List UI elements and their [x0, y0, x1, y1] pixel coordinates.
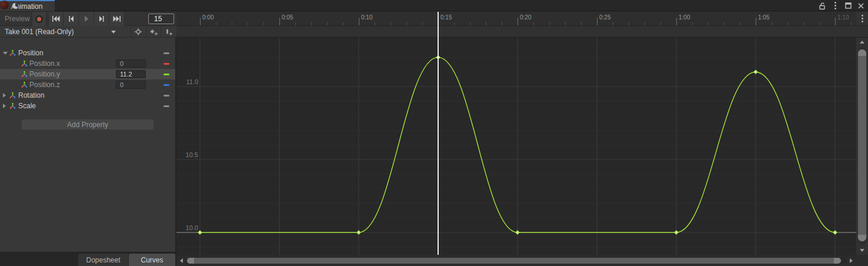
ruler-tick: [343, 22, 343, 25]
property-value-field[interactable]: 0: [116, 81, 146, 89]
ruler-tick: [613, 22, 613, 25]
vertical-scroll-thumb[interactable]: [858, 49, 866, 241]
playhead[interactable]: [438, 12, 439, 255]
ruler-tick: [629, 22, 629, 25]
ruler-tick: [216, 22, 216, 25]
keyframe-diamond[interactable]: [357, 231, 361, 235]
vertical-zoom-handle-top[interactable]: [858, 49, 866, 56]
add-keyframe-button[interactable]: [146, 26, 161, 38]
property-value-field[interactable]: 0: [116, 59, 146, 68]
property-value-field[interactable]: 11.2: [116, 70, 146, 78]
caret-right-icon[interactable]: [3, 93, 6, 98]
mode-tab-strip: Dopesheet Curves: [0, 252, 176, 266]
ruler-tick: [311, 22, 312, 25]
curve-color-indicator: [163, 52, 169, 54]
curve-plot: 11.010.510.0: [176, 38, 856, 255]
record-button[interactable]: [32, 12, 46, 26]
ruler-tick: [819, 22, 820, 25]
property-row-scale[interactable]: Scale: [0, 101, 175, 111]
scroll-down-icon[interactable]: [860, 249, 864, 252]
ruler-tick: [232, 22, 232, 25]
ruler-tick: [375, 22, 375, 25]
scroll-up-icon[interactable]: [860, 41, 864, 44]
keyframe-diamond[interactable]: [675, 231, 679, 235]
record-icon: [35, 15, 43, 23]
property-label: Position.z: [29, 81, 60, 89]
ruler-tick: [803, 22, 804, 25]
subruler-strip: [176, 26, 868, 38]
clip-dropdown[interactable]: Take 001 (Read-Only): [0, 26, 128, 38]
keyframe-navigation-button[interactable]: [131, 26, 145, 38]
curve-editor[interactable]: 11.010.510.0: [176, 38, 856, 255]
property-label: Position.x: [29, 59, 60, 68]
caret-down-icon[interactable]: [3, 52, 8, 55]
vertical-scrollbar[interactable]: [856, 38, 868, 255]
transform-axis-icon: [21, 60, 28, 67]
skip-to-end-icon: [112, 15, 122, 22]
scroll-left-icon[interactable]: [180, 258, 183, 263]
tab-curves[interactable]: Curves: [129, 254, 175, 266]
tab-dopesheet[interactable]: Dopesheet: [78, 254, 128, 266]
ruler-label: 1:10: [837, 14, 849, 21]
curve-color-indicator: [163, 63, 169, 65]
curve-color-indicator: [163, 84, 169, 86]
horizontal-zoom-handle-left[interactable]: [187, 258, 194, 264]
ruler-tick: [327, 22, 328, 25]
keyframe-diamond[interactable]: [516, 231, 520, 235]
ruler-tick: [406, 22, 407, 25]
keyframe-navigation-icon: [134, 28, 142, 36]
clip-row: Take 001 (Read-Only): [0, 26, 176, 38]
ruler-label: 0:00: [202, 14, 213, 21]
ruler-options-button[interactable]: [856, 12, 868, 26]
goto-begin-button[interactable]: [48, 12, 64, 26]
scrollbar-corner: [856, 255, 868, 266]
add-property-button[interactable]: Add Property: [21, 119, 154, 130]
property-row-position-x[interactable]: Position.x0: [0, 58, 175, 69]
property-label: Scale: [18, 102, 36, 110]
unlock-icon[interactable]: [817, 1, 827, 11]
ruler-label: 0:10: [361, 14, 372, 21]
keyframe-diamond[interactable]: [198, 231, 202, 235]
ruler-tick: [724, 22, 725, 25]
window-tab-bar: Animation: [0, 0, 868, 11]
property-row-rotation[interactable]: Rotation: [0, 90, 175, 101]
add-event-button[interactable]: [161, 26, 175, 38]
step-back-icon: [66, 15, 76, 22]
properties-panel: Position Position.x0 Position.y11.2 Posi…: [0, 38, 176, 252]
keyframe-diamond[interactable]: [833, 231, 837, 235]
y-axis-label: 10.5: [186, 151, 198, 158]
goto-end-button[interactable]: [109, 12, 125, 26]
window-menu-kebab-icon[interactable]: [830, 1, 840, 11]
y-axis-label: 11.0: [186, 78, 198, 85]
animation-clock-icon: [12, 2, 19, 9]
record-indicator-dot-icon: [0, 1, 9, 9]
ruler-tick: [359, 18, 359, 25]
horizontal-scroll-thumb[interactable]: [187, 258, 841, 264]
close-icon[interactable]: [856, 1, 866, 11]
horizontal-scrollbar[interactable]: [176, 255, 856, 266]
timeline-ruler[interactable]: 0:000:050:100:150:200:251:001:051:10: [176, 12, 856, 26]
horizontal-zoom-handle-right[interactable]: [834, 258, 841, 264]
property-row-position-z[interactable]: Position.z0: [0, 79, 175, 90]
playback-controls: [48, 12, 125, 26]
caret-right-icon[interactable]: [3, 104, 6, 108]
previous-key-button[interactable]: [64, 12, 79, 26]
property-row-position[interactable]: Position: [0, 48, 175, 58]
ruler-label: 1:00: [679, 14, 690, 21]
play-button[interactable]: [79, 12, 94, 26]
ruler-tick: [565, 22, 566, 25]
next-key-button[interactable]: [94, 12, 109, 26]
property-row-position-y[interactable]: Position.y11.2: [0, 69, 175, 79]
preview-toggle[interactable]: Preview: [5, 15, 30, 23]
keyframe-diamond[interactable]: [754, 70, 758, 74]
current-frame-field[interactable]: [148, 14, 174, 24]
ruler-label: 0:15: [440, 14, 452, 21]
add-event-icon: [164, 28, 173, 36]
ruler-tick: [390, 22, 391, 25]
scroll-right-icon[interactable]: [850, 258, 853, 263]
property-label: Rotation: [18, 91, 45, 99]
ruler-tick: [851, 22, 852, 25]
maximize-icon[interactable]: [843, 1, 853, 11]
ruler-tick: [533, 22, 534, 25]
kebab-menu-icon: [862, 15, 863, 22]
